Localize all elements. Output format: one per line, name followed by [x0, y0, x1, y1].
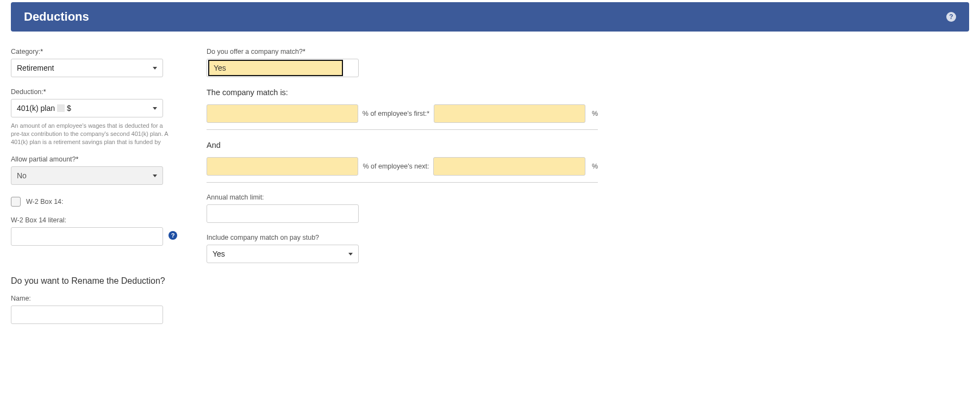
- help-icon[interactable]: ?: [168, 231, 177, 240]
- allow-partial-label: Allow partial amount?*: [11, 155, 174, 163]
- emp-next-label: % of employee's next:: [363, 163, 429, 170]
- deduction-description[interactable]: An amount of an employee's wages that is…: [11, 122, 171, 148]
- left-column: Category:* Retirement Deduction:* 401(k)…: [11, 48, 174, 324]
- w2-box14-literal-input[interactable]: [11, 227, 163, 246]
- rename-heading: Do you want to Rename the Deduction?: [11, 276, 174, 286]
- include-paystub-dropdown[interactable]: Yes: [207, 245, 359, 263]
- category-label: Category:*: [11, 48, 174, 55]
- category-dropdown[interactable]: Retirement: [11, 59, 163, 77]
- chevron-down-icon: [153, 67, 157, 70]
- match-is-label: The company match is:: [207, 88, 598, 97]
- allow-partial-dropdown[interactable]: No: [11, 166, 163, 185]
- deduction-dropdown[interactable]: 401(k) plan $: [11, 99, 163, 117]
- w2-box14-checkbox-label: W-2 Box 14:: [26, 198, 64, 205]
- deduction-dropdown-value: 401(k) plan $: [17, 104, 71, 113]
- match-percent-first-input[interactable]: [207, 104, 358, 123]
- match-percent-next-input[interactable]: [207, 157, 358, 176]
- right-column: Do you offer a company match?* Yes The c…: [207, 48, 598, 324]
- deduction-label: Deduction:*: [11, 88, 174, 96]
- match-row-first: % of employee's first:* %: [207, 104, 598, 130]
- offer-match-value: Yes: [214, 64, 226, 72]
- chevron-down-icon: [348, 253, 353, 256]
- percent-label: %: [592, 110, 598, 117]
- percent-label: %: [592, 163, 598, 170]
- emp-next-percent-input[interactable]: [433, 157, 585, 176]
- emp-first-label: % of employee's first:: [363, 110, 427, 117]
- placeholder-chip: [57, 104, 65, 112]
- and-label: And: [207, 141, 598, 149]
- annual-limit-input[interactable]: [207, 204, 359, 223]
- page-title: Deductions: [24, 10, 89, 24]
- name-label: Name:: [11, 295, 174, 302]
- annual-limit-label: Annual match limit:: [207, 194, 598, 201]
- offer-match-dropdown[interactable]: Yes: [207, 59, 359, 77]
- page-header: Deductions ?: [11, 2, 969, 32]
- offer-match-label: Do you offer a company match?*: [207, 48, 598, 55]
- chevron-down-icon: [153, 107, 157, 110]
- category-dropdown-value: Retirement: [17, 64, 54, 72]
- content: Category:* Retirement Deduction:* 401(k)…: [0, 32, 980, 335]
- match-row-next: % of employee's next: %: [207, 157, 598, 183]
- chevron-down-icon: [153, 175, 157, 177]
- emp-first-percent-input[interactable]: [434, 104, 585, 123]
- include-paystub-label: Include company match on pay stub?: [207, 234, 598, 241]
- w2-box14-literal-label: W-2 Box 14 literal:: [11, 216, 174, 224]
- include-paystub-value: Yes: [213, 250, 225, 258]
- rename-input[interactable]: [11, 306, 163, 324]
- allow-partial-value: No: [17, 171, 27, 180]
- help-icon[interactable]: ?: [946, 12, 956, 22]
- w2-box14-checkbox[interactable]: [11, 197, 21, 207]
